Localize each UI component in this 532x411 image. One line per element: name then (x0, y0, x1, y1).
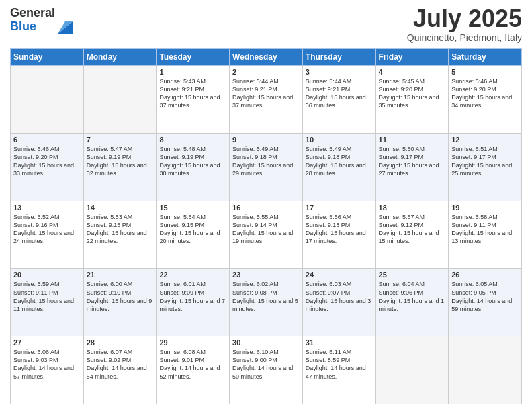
calendar-cell: 29Sunrise: 6:08 AM Sunset: 9:01 PM Dayli… (157, 336, 230, 404)
logo: General Blue (10, 7, 73, 34)
cell-info: Sunrise: 5:59 AM Sunset: 9:11 PM Dayligh… (13, 280, 81, 313)
calendar-header-friday: Friday (375, 49, 449, 66)
day-number: 11 (379, 136, 446, 144)
calendar-cell: 17Sunrise: 5:56 AM Sunset: 9:13 PM Dayli… (302, 201, 375, 269)
calendar-cell (83, 66, 157, 134)
logo-icon (58, 15, 73, 34)
calendar-header-tuesday: Tuesday (157, 49, 230, 66)
calendar-week-row: 27Sunrise: 6:06 AM Sunset: 9:03 PM Dayli… (11, 336, 522, 404)
calendar-cell: 9Sunrise: 5:49 AM Sunset: 9:18 PM Daylig… (230, 133, 303, 201)
day-number: 12 (451, 136, 519, 144)
day-number: 7 (87, 136, 154, 144)
calendar-cell: 2Sunrise: 5:44 AM Sunset: 9:21 PM Daylig… (230, 66, 303, 134)
cell-info: Sunrise: 5:46 AM Sunset: 9:20 PM Dayligh… (13, 145, 81, 178)
cell-info: Sunrise: 6:11 AM Sunset: 8:59 PM Dayligh… (306, 348, 373, 381)
cell-info: Sunrise: 6:04 AM Sunset: 9:06 PM Dayligh… (379, 280, 446, 313)
calendar-cell: 24Sunrise: 6:03 AM Sunset: 9:07 PM Dayli… (302, 269, 375, 336)
calendar-cell: 13Sunrise: 5:52 AM Sunset: 9:16 PM Dayli… (11, 201, 84, 269)
header: General Blue July 2025 Quincinetto, Pied… (10, 7, 522, 43)
day-number: 9 (232, 136, 300, 144)
cell-info: Sunrise: 5:51 AM Sunset: 9:17 PM Dayligh… (451, 145, 519, 178)
calendar-cell: 31Sunrise: 6:11 AM Sunset: 8:59 PM Dayli… (302, 336, 375, 404)
calendar-cell: 14Sunrise: 5:53 AM Sunset: 9:15 PM Dayli… (83, 201, 157, 269)
cell-info: Sunrise: 6:01 AM Sunset: 9:09 PM Dayligh… (159, 280, 226, 313)
cell-info: Sunrise: 5:47 AM Sunset: 9:19 PM Dayligh… (87, 145, 154, 178)
calendar-cell: 10Sunrise: 5:49 AM Sunset: 9:18 PM Dayli… (302, 133, 375, 201)
cell-info: Sunrise: 5:49 AM Sunset: 9:18 PM Dayligh… (306, 145, 373, 178)
day-number: 6 (13, 136, 81, 144)
cell-info: Sunrise: 6:05 AM Sunset: 9:05 PM Dayligh… (451, 280, 519, 313)
location: Quincinetto, Piedmont, Italy (407, 32, 522, 43)
calendar-cell: 23Sunrise: 6:02 AM Sunset: 9:08 PM Dayli… (230, 269, 303, 336)
cell-info: Sunrise: 5:49 AM Sunset: 9:18 PM Dayligh… (232, 145, 300, 178)
day-number: 22 (159, 271, 226, 279)
title-block: July 2025 Quincinetto, Piedmont, Italy (407, 7, 522, 43)
calendar-cell: 22Sunrise: 6:01 AM Sunset: 9:09 PM Dayli… (157, 269, 230, 336)
cell-info: Sunrise: 5:53 AM Sunset: 9:15 PM Dayligh… (87, 213, 154, 246)
calendar-cell: 3Sunrise: 5:44 AM Sunset: 9:21 PM Daylig… (302, 66, 375, 134)
day-number: 21 (87, 271, 154, 279)
day-number: 17 (306, 203, 373, 212)
logo-blue: Blue (10, 20, 55, 34)
cell-info: Sunrise: 5:46 AM Sunset: 9:20 PM Dayligh… (451, 77, 519, 110)
calendar-header-sunday: Sunday (11, 49, 84, 66)
day-number: 13 (13, 203, 81, 212)
day-number: 27 (13, 338, 81, 347)
cell-info: Sunrise: 6:08 AM Sunset: 9:01 PM Dayligh… (159, 348, 226, 381)
day-number: 20 (13, 271, 81, 279)
day-number: 15 (159, 203, 226, 212)
calendar-cell: 25Sunrise: 6:04 AM Sunset: 9:06 PM Dayli… (375, 269, 449, 336)
day-number: 18 (379, 203, 446, 212)
cell-info: Sunrise: 5:45 AM Sunset: 9:20 PM Dayligh… (379, 77, 446, 110)
calendar-cell: 11Sunrise: 5:50 AM Sunset: 9:17 PM Dayli… (375, 133, 449, 201)
calendar-cell: 19Sunrise: 5:58 AM Sunset: 9:11 PM Dayli… (449, 201, 522, 269)
cell-info: Sunrise: 5:58 AM Sunset: 9:11 PM Dayligh… (451, 213, 519, 246)
day-number: 5 (451, 68, 519, 76)
calendar-cell: 16Sunrise: 5:55 AM Sunset: 9:14 PM Dayli… (230, 201, 303, 269)
cell-info: Sunrise: 5:50 AM Sunset: 9:17 PM Dayligh… (379, 145, 446, 178)
calendar: SundayMondayTuesdayWednesdayThursdayFrid… (10, 48, 522, 404)
day-number: 10 (306, 136, 373, 144)
calendar-header-saturday: Saturday (449, 49, 522, 66)
calendar-cell: 15Sunrise: 5:54 AM Sunset: 9:15 PM Dayli… (157, 201, 230, 269)
calendar-week-row: 13Sunrise: 5:52 AM Sunset: 9:16 PM Dayli… (11, 201, 522, 269)
day-number: 23 (232, 271, 300, 279)
calendar-header-monday: Monday (83, 49, 157, 66)
page: General Blue July 2025 Quincinetto, Pied… (0, 0, 532, 411)
calendar-cell: 12Sunrise: 5:51 AM Sunset: 9:17 PM Dayli… (449, 133, 522, 201)
day-number: 4 (379, 68, 446, 76)
calendar-cell: 21Sunrise: 6:00 AM Sunset: 9:10 PM Dayli… (83, 269, 157, 336)
calendar-cell: 27Sunrise: 6:06 AM Sunset: 9:03 PM Dayli… (11, 336, 84, 404)
calendar-cell: 4Sunrise: 5:45 AM Sunset: 9:20 PM Daylig… (375, 66, 449, 134)
cell-info: Sunrise: 5:55 AM Sunset: 9:14 PM Dayligh… (232, 213, 300, 246)
calendar-cell (11, 66, 84, 134)
day-number: 8 (159, 136, 226, 144)
day-number: 31 (306, 338, 373, 347)
day-number: 16 (232, 203, 300, 212)
calendar-cell: 6Sunrise: 5:46 AM Sunset: 9:20 PM Daylig… (11, 133, 84, 201)
cell-info: Sunrise: 6:10 AM Sunset: 9:00 PM Dayligh… (232, 348, 300, 381)
calendar-cell: 8Sunrise: 5:48 AM Sunset: 9:19 PM Daylig… (157, 133, 230, 201)
cell-info: Sunrise: 5:48 AM Sunset: 9:19 PM Dayligh… (159, 145, 226, 178)
cell-info: Sunrise: 6:00 AM Sunset: 9:10 PM Dayligh… (87, 280, 154, 313)
cell-info: Sunrise: 5:44 AM Sunset: 9:21 PM Dayligh… (306, 77, 373, 110)
day-number: 28 (87, 338, 154, 347)
cell-info: Sunrise: 6:02 AM Sunset: 9:08 PM Dayligh… (232, 280, 300, 313)
calendar-cell (375, 336, 449, 404)
calendar-cell: 30Sunrise: 6:10 AM Sunset: 9:00 PM Dayli… (230, 336, 303, 404)
day-number: 3 (306, 68, 373, 76)
calendar-cell: 7Sunrise: 5:47 AM Sunset: 9:19 PM Daylig… (83, 133, 157, 201)
calendar-week-row: 6Sunrise: 5:46 AM Sunset: 9:20 PM Daylig… (11, 133, 522, 201)
calendar-cell (449, 336, 522, 404)
calendar-cell: 28Sunrise: 6:07 AM Sunset: 9:02 PM Dayli… (83, 336, 157, 404)
day-number: 25 (379, 271, 446, 279)
cell-info: Sunrise: 5:57 AM Sunset: 9:12 PM Dayligh… (379, 213, 446, 246)
calendar-cell: 1Sunrise: 5:43 AM Sunset: 9:21 PM Daylig… (157, 66, 230, 134)
day-number: 26 (451, 271, 519, 279)
day-number: 2 (232, 68, 300, 76)
month-title: July 2025 (407, 7, 522, 31)
cell-info: Sunrise: 5:54 AM Sunset: 9:15 PM Dayligh… (159, 213, 226, 246)
day-number: 30 (232, 338, 300, 347)
cell-info: Sunrise: 6:07 AM Sunset: 9:02 PM Dayligh… (87, 348, 154, 381)
calendar-week-row: 20Sunrise: 5:59 AM Sunset: 9:11 PM Dayli… (11, 269, 522, 336)
